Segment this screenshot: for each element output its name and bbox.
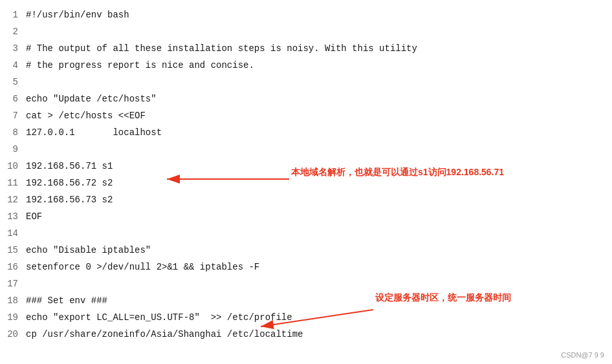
line-number: 12 [0, 191, 26, 208]
line-number: 4 [0, 57, 26, 74]
code-line: 17 [0, 275, 612, 292]
code-line: 19echo "export LC_ALL=en_US.UTF-8" >> /e… [0, 309, 612, 326]
line-number: 10 [0, 158, 26, 175]
line-number: 3 [0, 40, 26, 57]
code-line: 6echo "Update /etc/hosts" [0, 91, 612, 107]
code-line: 12192.168.56.73 s2 [0, 191, 612, 208]
line-number: 1 [0, 6, 26, 23]
line-number: 2 [0, 23, 26, 40]
code-container: 1#!/usr/bin/env bash23# The output of al… [0, 0, 612, 364]
line-content: cp /usr/share/zoneinfo/Asia/Shanghai /et… [26, 326, 612, 343]
code-line: 1#!/usr/bin/env bash [0, 6, 612, 23]
line-content: # The output of all these installation s… [26, 40, 612, 57]
line-number: 5 [0, 74, 26, 91]
line-number: 19 [0, 309, 26, 326]
line-number: 20 [0, 326, 26, 343]
line-content: 127.0.0.1 localhost [26, 124, 612, 141]
code-line: 8127.0.0.1 localhost [0, 124, 612, 141]
line-number: 14 [0, 225, 26, 242]
line-content: #!/usr/bin/env bash [26, 6, 612, 23]
code-line: 4# the progress report is nice and conci… [0, 57, 612, 74]
code-line: 14 [0, 225, 612, 242]
line-content: setenforce 0 >/dev/null 2>&1 && iptables… [26, 259, 612, 275]
code-line: 9 [0, 141, 612, 158]
line-number: 8 [0, 124, 26, 141]
code-line: 15echo "Disable iptables" [0, 242, 612, 259]
code-line: 3# The output of all these installation … [0, 40, 612, 57]
line-content: echo "export LC_ALL=en_US.UTF-8" >> /etc… [26, 309, 612, 326]
line-number: 9 [0, 141, 26, 158]
line-number: 7 [0, 107, 26, 124]
line-content: EOF [26, 208, 612, 225]
code-line: 16setenforce 0 >/dev/null 2>&1 && iptabl… [0, 259, 612, 275]
line-number: 11 [0, 175, 26, 191]
line-number: 13 [0, 208, 26, 225]
line-content: ### Set env ### [26, 292, 612, 309]
code-line: 18### Set env ### [0, 292, 612, 309]
line-number: 15 [0, 242, 26, 259]
watermark: CSDN@7 9 9 [561, 351, 604, 359]
line-content: 192.168.56.73 s2 [26, 191, 612, 208]
line-content: # the progress report is nice and concis… [26, 57, 612, 74]
annotation-text-1: 本地域名解析，也就是可以通过s1访问192.168.56.71 [291, 167, 504, 178]
line-number: 17 [0, 275, 26, 292]
line-content: cat > /etc/hosts <<EOF [26, 107, 612, 124]
line-content: echo "Disable iptables" [26, 242, 612, 259]
code-line: 5 [0, 74, 612, 91]
line-number: 6 [0, 91, 26, 107]
code-line: 20cp /usr/share/zoneinfo/Asia/Shanghai /… [0, 326, 612, 343]
code-line: 13EOF [0, 208, 612, 225]
line-number: 16 [0, 259, 26, 275]
code-line: 2 [0, 23, 612, 40]
code-line: 7cat > /etc/hosts <<EOF [0, 107, 612, 124]
annotation-text-2: 设定服务器时区，统一服务器时间 [375, 292, 511, 304]
line-content: echo "Update /etc/hosts" [26, 91, 612, 107]
line-number: 18 [0, 292, 26, 309]
